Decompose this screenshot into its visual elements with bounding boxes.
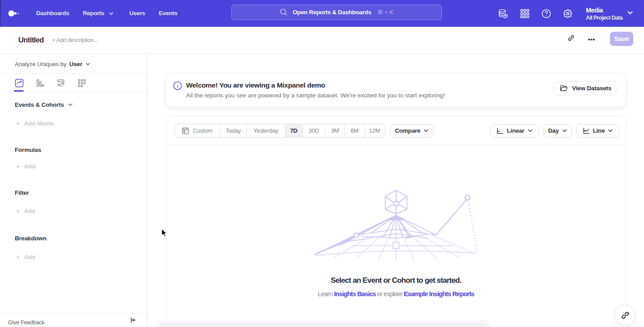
svg-text:i: i (177, 83, 178, 88)
